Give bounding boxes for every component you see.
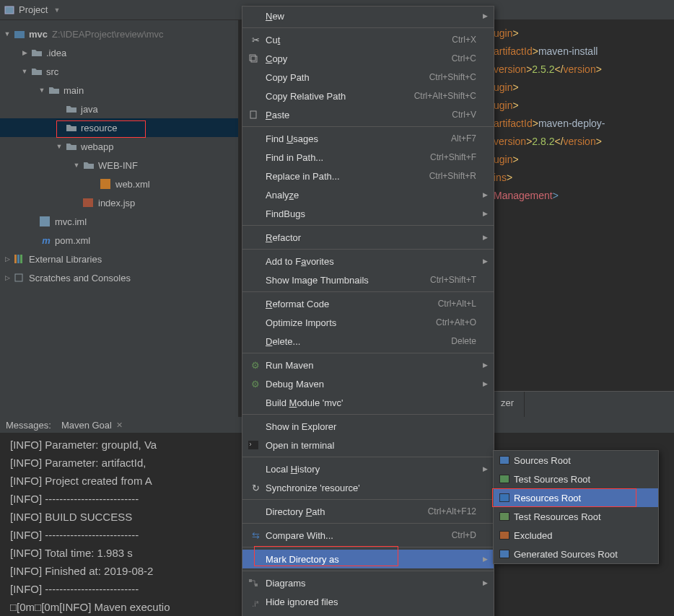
- ctx-diagrams[interactable]: Diagrams▶: [242, 573, 494, 592]
- tree-main[interactable]: ▼ main: [0, 81, 238, 100]
- module-icon: [14, 29, 27, 39]
- folder-icon: [83, 161, 96, 170]
- ctx-mark-directory-as[interactable]: Mark Directory as▶: [242, 550, 494, 568]
- gear-icon: ⚙: [248, 379, 263, 390]
- test-sources-swatch: [499, 475, 509, 483]
- folder-icon: [66, 105, 79, 113]
- ctx-compare-with[interactable]: ⇆Compare With...Ctrl+D: [242, 526, 494, 545]
- dropdown-icon[interactable]: ▼: [53, 6, 60, 14]
- ctx-copy-path[interactable]: Copy PathCtrl+Shift+C: [242, 68, 494, 87]
- folder-icon: [31, 48, 44, 57]
- paste-icon: [248, 110, 263, 120]
- ctx-cut[interactable]: ✂CutCtrl+X: [242, 30, 494, 49]
- tree-root[interactable]: ▼ mvc Z:\IDEAProject\review\mvc: [0, 25, 238, 43]
- svg-rect-14: [255, 584, 258, 586]
- project-tree[interactable]: ▼ mvc Z:\IDEAProject\review\mvc ▶ .idea …: [0, 20, 238, 417]
- tree-webinf[interactable]: ▼ WEB-INF: [0, 156, 238, 175]
- ctx-findbugs[interactable]: FindBugs▶: [242, 204, 494, 223]
- compare-icon: ⇆: [248, 530, 263, 541]
- tree-mvciml[interactable]: mvc.iml: [0, 212, 238, 231]
- ctx-delete[interactable]: Delete...Delete: [242, 332, 494, 351]
- tree-webxml[interactable]: web.xml: [0, 175, 238, 193]
- tree-indexjsp[interactable]: index.jsp: [0, 193, 238, 212]
- close-icon[interactable]: ✕: [116, 421, 123, 430]
- svg-rect-10: [251, 56, 257, 62]
- sub-test-sources-root[interactable]: Test Sources Root: [494, 470, 658, 488]
- ctx-build-module[interactable]: Build Module 'mvc': [242, 393, 494, 412]
- ctx-add-favorites[interactable]: Add to Favorites▶: [242, 252, 494, 270]
- svg-rect-13: [249, 579, 252, 582]
- ctx-run-maven[interactable]: ⚙Run Maven▶: [242, 356, 494, 374]
- excluded-swatch: [499, 531, 509, 540]
- svg-rect-3: [83, 198, 93, 207]
- svg-rect-8: [15, 274, 22, 281]
- ctx-replace-in-path[interactable]: Replace in Path...Ctrl+Shift+R: [242, 167, 494, 185]
- svg-rect-7: [20, 255, 22, 263]
- tree-scratches[interactable]: ▷ Scratches and Consoles: [0, 268, 238, 287]
- editor-bottom-tabs[interactable]: zer: [491, 391, 674, 417]
- svg-rect-6: [17, 255, 19, 263]
- tree-idea[interactable]: ▶ .idea: [0, 43, 238, 62]
- folder-icon: [31, 67, 44, 76]
- ctx-open-terminal[interactable]: Open in terminal: [242, 436, 494, 454]
- svg-rect-0: [5, 6, 14, 14]
- svg-rect-4: [40, 216, 50, 226]
- tree-java[interactable]: java: [0, 100, 238, 118]
- editor-area[interactable]: ugin>artifactId>maven-installversion>2.5…: [491, 20, 674, 361]
- test-resources-swatch: [499, 512, 509, 521]
- ctx-show-explorer[interactable]: Show in Explorer: [242, 417, 494, 436]
- terminal-icon: [248, 441, 263, 449]
- tree-pomxml[interactable]: m pom.xml: [0, 231, 238, 250]
- ctx-hide-ignored[interactable]: .i*Hide ignored files: [242, 592, 494, 611]
- sub-resources-root[interactable]: Resources Root: [494, 488, 658, 507]
- project-title: Project: [19, 4, 48, 15]
- ctx-directory-path[interactable]: Directory PathCtrl+Alt+F12: [242, 502, 494, 521]
- xml-file-icon: [100, 179, 113, 189]
- ctx-find-in-path[interactable]: Find in Path...Ctrl+Shift+F: [242, 148, 494, 167]
- svg-rect-12: [248, 441, 258, 449]
- sub-excluded[interactable]: Excluded: [494, 526, 658, 545]
- sub-generated-sources-root[interactable]: Generated Sources Root: [494, 545, 658, 563]
- svg-rect-5: [14, 255, 17, 263]
- resources-swatch: [499, 493, 509, 502]
- svg-rect-1: [14, 31, 25, 38]
- ctx-refactor[interactable]: Refactor▶: [242, 228, 494, 247]
- context-submenu-mark-directory[interactable]: Sources Root Test Sources Root Resources…: [493, 450, 659, 564]
- folder-icon: [66, 123, 79, 132]
- tree-src[interactable]: ▼ src: [0, 62, 238, 81]
- sub-sources-root[interactable]: Sources Root: [494, 451, 658, 470]
- messages-label: Messages:: [6, 420, 51, 431]
- ctx-paste[interactable]: PasteCtrl+V: [242, 105, 494, 124]
- context-menu[interactable]: New▶ ✂CutCtrl+X CopyCtrl+C Copy PathCtrl…: [242, 6, 494, 616]
- ctx-optimize-imports[interactable]: Optimize ImportsCtrl+Alt+O: [242, 313, 494, 332]
- ctx-debug-maven[interactable]: ⚙Debug Maven▶: [242, 374, 494, 393]
- ctx-copy-relative-path[interactable]: Copy Relative PathCtrl+Alt+Shift+C: [242, 87, 494, 105]
- tree-webapp[interactable]: ▼ webapp: [0, 137, 238, 156]
- sync-icon: ↻: [248, 483, 263, 493]
- sub-test-resources-root[interactable]: Test Resources Root: [494, 507, 658, 526]
- ctx-local-history[interactable]: Local History▶: [242, 459, 494, 478]
- tab-zer[interactable]: zer: [491, 392, 525, 417]
- ctx-reformat-code[interactable]: Reformat CodeCtrl+Alt+L: [242, 294, 494, 313]
- sources-swatch: [499, 456, 509, 465]
- messages-tab-maven-goal[interactable]: Maven Goal ✕: [61, 420, 123, 431]
- iml-file-icon: [40, 216, 53, 226]
- tree-external-libraries[interactable]: ▷ External Libraries: [0, 250, 238, 268]
- tree-resource[interactable]: resource: [0, 118, 238, 137]
- cut-icon: ✂: [248, 35, 263, 45]
- svg-rect-9: [250, 55, 255, 61]
- project-icon: [4, 5, 14, 15]
- ctx-synchronize[interactable]: ↻Synchronize 'resource': [242, 478, 494, 497]
- ctx-analyze[interactable]: Analyze▶: [242, 185, 494, 204]
- folder-icon: [66, 142, 79, 151]
- folder-icon: [48, 86, 61, 94]
- ctx-create-gist[interactable]: ◐Create Gist: [242, 611, 494, 616]
- generated-swatch: [499, 550, 509, 558]
- ctx-copy[interactable]: CopyCtrl+C: [242, 49, 494, 68]
- scratch-icon: [14, 273, 27, 283]
- svg-rect-2: [100, 179, 110, 189]
- ctx-show-thumbnails[interactable]: Show Image ThumbnailsCtrl+Shift+T: [242, 270, 494, 289]
- ctx-find-usages[interactable]: Find UsagesAlt+F7: [242, 129, 494, 148]
- maven-file-icon: m: [40, 235, 53, 246]
- ctx-new[interactable]: New▶: [242, 6, 494, 25]
